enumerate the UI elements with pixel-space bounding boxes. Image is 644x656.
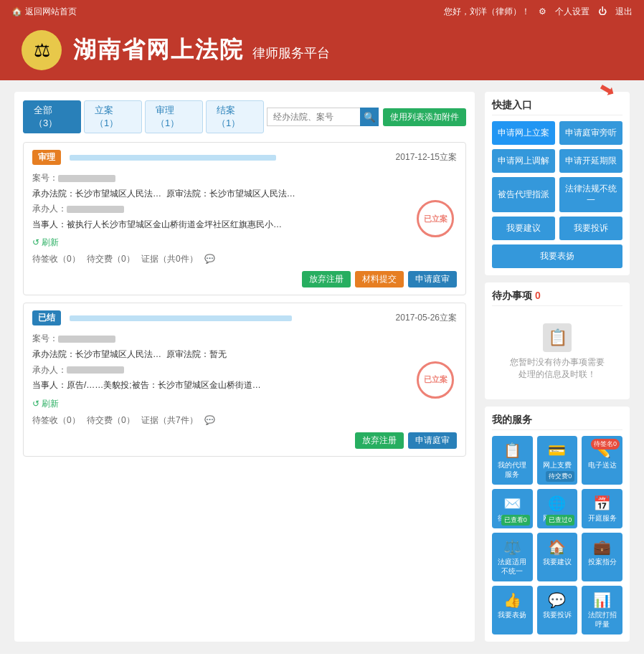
case-stats-2: 待签收（0） 待交费（0） 证据（共7件） 💬 <box>32 414 457 427</box>
action-submit-1[interactable]: 材料提交 <box>355 271 404 287</box>
stats-label: 法院打招呼量 <box>584 610 620 629</box>
left-panel: 全部（3） 立案（1） 审理（1） 结案（1） 🔍 使用列表添加附件 审理 20… <box>14 92 475 642</box>
quick-access: 快捷入口 申请网上立案 申请庭审旁听 申请网上调解 申请开延期限 被告代理指派 … <box>485 92 630 275</box>
quick-btn-hearing[interactable]: 申请庭审旁听 <box>559 121 622 145</box>
pending-empty-icon: 📋 <box>543 323 572 352</box>
law-icon: ⚖️ <box>495 538 530 556</box>
case-stamp-1: 已立案 <box>417 200 454 237</box>
action-abandon-2[interactable]: 放弃注册 <box>355 432 404 449</box>
refresh-link-2[interactable]: ↺ 刷新 <box>32 398 59 410</box>
my-services: 我的服务 📋 我的代理服务 💳 网上支费 待交费0 ✏️ 电子送达 待签名0 <box>485 407 630 642</box>
greeting-text: 您好，刘洋（律师）！ <box>444 6 530 18</box>
case-title-bar-2 <box>70 315 292 321</box>
case-stats-1: 待签收（0） 待交费（0） 证据（共0件） 💬 <box>32 253 457 265</box>
quick-access-title: 快捷入口 <box>492 99 622 115</box>
pending-empty-text: 您暂时没有待办事项需要处理的信息及时联！ <box>510 357 605 379</box>
court-label: 开庭服务 <box>584 513 620 523</box>
tab-trial[interactable]: 审理（1） <box>145 100 203 133</box>
service-sign[interactable]: ✏️ 电子送达 待签名0 <box>582 436 622 485</box>
settings-link[interactable]: 个人设置 <box>555 6 589 18</box>
pending-empty: 📋 您暂时没有待办事项需要处理的信息及时联！ <box>492 312 622 392</box>
case-info-1: 案号： 承办法院：长沙市望城区人民法… 原审法院：长沙市望城区人民法… 承办人：… <box>32 171 457 232</box>
service-court[interactable]: 📅 开庭服务 <box>582 489 622 528</box>
assign-label: 投案指分 <box>584 557 620 566</box>
service-assign[interactable]: 💼 投案指分 <box>582 533 622 581</box>
home-icon: 🏠 <box>11 6 22 16</box>
search-button[interactable]: 🔍 <box>360 108 379 126</box>
quick-btn-delay[interactable]: 申请开延期限 <box>559 149 622 173</box>
refresh-link-1[interactable]: ↺ 刷新 <box>32 237 59 249</box>
service-complain2[interactable]: 💬 我要投诉 <box>537 586 578 634</box>
quick-btn-praise[interactable]: 我要表扬 <box>492 244 622 268</box>
case-actions-2: 放弃注册 申请庭审 <box>32 432 457 449</box>
quick-btn-law[interactable]: 法律法规不统一 <box>559 177 622 213</box>
case-no-1 <box>58 175 115 182</box>
logo: ⚖ <box>22 30 62 70</box>
home-link[interactable]: 返回网站首页 <box>25 6 77 18</box>
quick-btn-assign[interactable]: 被告代理指派 <box>492 177 555 213</box>
quick-btn-filing[interactable]: 申请网上立案 <box>492 121 555 145</box>
mediation-badge: 已查过0 <box>546 515 574 526</box>
my-services-title: 我的服务 <box>492 414 622 430</box>
service-lawyer-collect[interactable]: ✉️ 律师收藏 已查看0 <box>492 489 533 528</box>
main-content: 全部（3） 立案（1） 审理（1） 结案（1） 🔍 使用列表添加附件 审理 20… <box>0 80 644 653</box>
complain2-icon: 💬 <box>540 591 575 609</box>
service-my-agent[interactable]: 📋 我的代理服务 <box>492 436 533 485</box>
action-trial-1[interactable]: 申请庭审 <box>408 271 457 287</box>
law-label: 法庭适用不统一 <box>495 557 530 576</box>
complain2-label: 我要投诉 <box>540 610 575 619</box>
case-handler-1 <box>67 206 124 213</box>
power-icon: ⏻ <box>598 6 607 16</box>
header-text: 湖南省网上法院 律师服务平台 <box>73 34 330 66</box>
logout-link[interactable]: 退出 <box>615 6 633 18</box>
service-stats[interactable]: 📊 法院打招呼量 <box>582 586 622 634</box>
case-no-2 <box>58 336 115 343</box>
quick-btn-complain[interactable]: 我要投诉 <box>559 217 622 240</box>
assign-icon: 💼 <box>584 538 620 556</box>
service-online-mediation[interactable]: 🌐 网上调解 已查过0 <box>537 489 578 528</box>
tab-closed[interactable]: 结案（1） <box>206 100 264 133</box>
tab-filing[interactable]: 立案（1） <box>84 100 142 133</box>
collect-icon: ✉️ <box>495 495 530 512</box>
pending-tasks: 待办事项 0 📋 您暂时没有待办事项需要处理的信息及时联！ <box>485 282 630 399</box>
case-refresh-2: ↺ 刷新 <box>32 398 457 410</box>
site-title: 湖南省网上法院 <box>73 37 244 62</box>
praise2-label: 我要表扬 <box>495 610 530 619</box>
praise2-icon: 👍 <box>495 591 530 609</box>
search-input[interactable] <box>267 108 360 126</box>
case-date-2: 2017-05-26立案 <box>396 312 457 324</box>
case-status-2: 已结 <box>32 310 61 325</box>
logo-icon: ⚖ <box>34 39 50 62</box>
header: ⚖ 湖南省网上法院 律师服务平台 <box>0 23 644 80</box>
use-list-button[interactable]: 使用列表添加附件 <box>383 108 466 126</box>
service-praise2[interactable]: 👍 我要表扬 <box>492 586 533 634</box>
top-nav-left: 🏠 返回网站首页 <box>11 6 77 18</box>
pending-count: 0 <box>535 290 541 301</box>
action-abandon-1[interactable]: 放弃注册 <box>302 271 351 287</box>
agent-label: 我的代理服务 <box>495 460 530 479</box>
case-title-bar-1 <box>70 155 276 161</box>
service-suggest2[interactable]: 🏠 我要建议 <box>537 533 578 581</box>
payment-badge: 待交费0 <box>546 471 574 482</box>
agent-icon: 📋 <box>495 442 530 459</box>
sign-badge: 待签名0 <box>591 439 620 450</box>
action-trial-2[interactable]: 申请庭审 <box>408 432 457 449</box>
quick-btn-suggest[interactable]: 我要建议 <box>492 217 555 240</box>
case-actions-1: 放弃注册 材料提交 申请庭审 <box>32 271 457 287</box>
case-stamp-2: 已立案 <box>417 361 454 399</box>
payment-label: 网上支费 <box>540 460 575 470</box>
suggest2-label: 我要建议 <box>540 557 575 566</box>
collect-badge: 已查看0 <box>501 515 530 526</box>
top-nav: 🏠 返回网站首页 您好，刘洋（律师）！ ⚙ 个人设置 ⏻ 退出 <box>0 0 644 23</box>
case-date-1: 2017-12-15立案 <box>396 151 457 163</box>
service-law-unified[interactable]: ⚖️ 法庭适用不统一 <box>492 533 533 581</box>
pending-title: 待办事项 0 <box>492 290 622 306</box>
service-payment[interactable]: 💳 网上支费 待交费0 <box>537 436 578 485</box>
stats-icon: 📊 <box>584 591 620 609</box>
quick-access-wrapper: ➡ 快捷入口 申请网上立案 申请庭审旁听 申请网上调解 申请开延期限 被告代理指… <box>485 92 630 275</box>
court-icon: 📅 <box>584 495 620 512</box>
tabs-bar: 全部（3） 立案（1） 审理（1） 结案（1） 🔍 使用列表添加附件 <box>23 100 466 133</box>
tab-all[interactable]: 全部（3） <box>23 100 81 133</box>
case-refresh-1: ↺ 刷新 <box>32 237 457 249</box>
quick-btn-mediation[interactable]: 申请网上调解 <box>492 149 555 173</box>
